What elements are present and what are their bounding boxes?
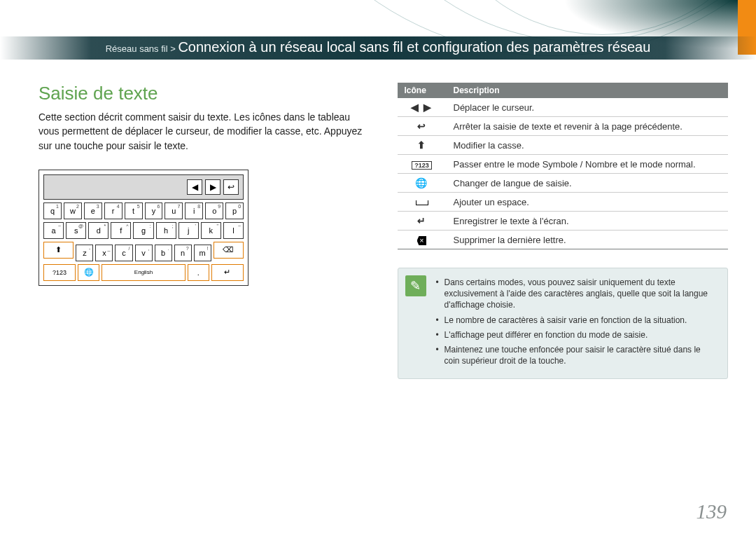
breadcrumb: Réseau sans fil > Connexion à un réseau … <box>0 36 756 60</box>
key-k: k" <box>201 222 221 239</box>
row-icon: ↵ <box>398 212 447 231</box>
table-row: ⬆Modifier la casse. <box>398 136 729 155</box>
table-header-icon: Icône <box>398 83 447 98</box>
mode-key: ?123 <box>43 264 76 281</box>
note-item: Dans certains modes, vous pouvez saisir … <box>436 277 718 311</box>
row-desc: Déplacer le curseur. <box>447 98 729 117</box>
table-row: ↵Enregistrer le texte à l'écran. <box>398 212 729 231</box>
key-l: l~ <box>223 222 244 239</box>
key-j: j' <box>178 222 199 239</box>
table-row: ↩Arrêter la saisie de texte et revenir à… <box>398 117 729 136</box>
row-icon: ?123 <box>398 155 447 174</box>
cursor-right-icon: ▶ <box>205 179 220 195</box>
breadcrumb-title: Connexion à un réseau local sans fil et … <box>178 39 650 55</box>
key-d: d* <box>88 222 108 239</box>
row-desc: Modifier la casse. <box>447 136 729 155</box>
key-u: u7 <box>164 202 183 219</box>
row-icon: 🌐 <box>398 174 447 193</box>
note-item: L'affichage peut différer en fonction du… <box>436 329 718 341</box>
breadcrumb-prefix: Réseau sans fil > <box>106 43 178 54</box>
note-item: Le nombre de caractères à saisir varie e… <box>436 315 718 326</box>
info-note: ✎ Dans certains modes, vous pouvez saisi… <box>398 268 729 379</box>
icon-description-table: Icône Description ◀ ▶Déplacer le curseur… <box>398 83 729 249</box>
row-icon: ◀ ▶ <box>398 98 447 117</box>
key-g: g: <box>133 222 153 239</box>
key-t: t5 <box>125 202 143 219</box>
key-c: c/ <box>115 245 132 261</box>
row-desc: Enregistrer le texte à l'écran. <box>447 212 729 231</box>
row-desc: Supprimer la dernière lettre. <box>447 231 729 249</box>
key-n: n? <box>174 245 192 261</box>
cursor-left-icon: ◀ <box>187 179 202 195</box>
intro-text: Cette section décrit comment saisir du t… <box>38 110 370 153</box>
row-icon <box>398 193 447 212</box>
key-s: s@ <box>66 222 86 239</box>
table-header-desc: Description <box>447 83 729 98</box>
key-a: a~ <box>43 222 64 239</box>
table-row: ◀ ▶Déplacer le curseur. <box>398 98 729 117</box>
page-number: 139 <box>696 500 727 523</box>
key-p: p0 <box>225 202 244 219</box>
dot-key: . <box>188 264 209 281</box>
keyboard-entry-bar: ◀ ▶ ↩ <box>43 174 244 200</box>
table-row: 🌐Changer de langue de saisie. <box>398 174 729 193</box>
row-desc: Ajouter un espace. <box>447 193 729 212</box>
shift-key: ⬆ <box>43 242 74 259</box>
note-item: Maintenez une touche enfoncée pour saisi… <box>436 344 718 366</box>
key-b: b. <box>155 245 172 261</box>
row-icon: × <box>398 231 447 249</box>
table-row: ?123Passer entre le mode Symbole / Nombr… <box>398 155 729 174</box>
row-desc: Changer de langue de saisie. <box>447 174 729 193</box>
enter-key: ↵ <box>211 264 244 281</box>
key-h: h; <box>156 222 176 239</box>
key-q: q1 <box>43 202 62 219</box>
key-e: e3 <box>84 202 102 219</box>
key-w: w2 <box>64 202 82 219</box>
key-i: i8 <box>185 202 203 219</box>
key-x: x_ <box>95 245 113 261</box>
row-desc: Passer entre le mode Symbole / Nombre et… <box>447 155 729 174</box>
backspace-key: ⌫ <box>214 242 244 259</box>
return-icon: ↩ <box>223 179 239 195</box>
key-f: f^ <box>111 222 131 239</box>
pen-icon: ✎ <box>405 275 426 296</box>
key-y: y6 <box>145 202 163 219</box>
keyboard-illustration: ◀ ▶ ↩ q1w2e3r4t5y6u7i8o9p0 a~s@d*f^g:h;j… <box>38 170 248 286</box>
table-row: Ajouter un espace. <box>398 193 729 212</box>
space-key: English <box>102 264 185 281</box>
key-m: m! <box>194 245 211 261</box>
key-r: r4 <box>104 202 122 219</box>
section-title: Saisie de texte <box>38 83 370 104</box>
table-row: ×Supprimer la dernière lettre. <box>398 231 729 249</box>
globe-key: 🌐 <box>78 264 99 281</box>
key-z: z- <box>76 245 93 261</box>
row-desc: Arrêter la saisie de texte et revenir à … <box>447 117 729 136</box>
row-icon: ⬆ <box>398 136 447 155</box>
key-o: o9 <box>205 202 223 219</box>
key-v: v, <box>135 245 153 261</box>
row-icon: ↩ <box>398 117 447 136</box>
